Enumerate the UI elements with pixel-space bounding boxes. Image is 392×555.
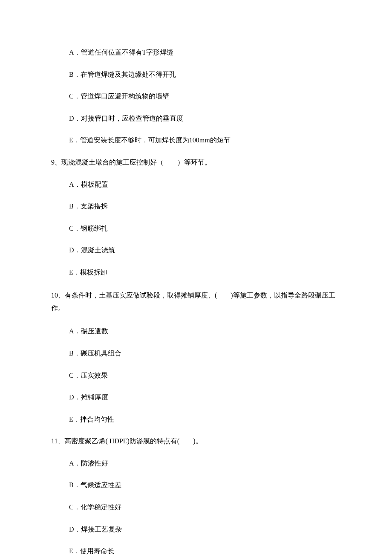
q10-option-d: D．摊铺厚度 bbox=[51, 392, 341, 403]
page: A．管道任何位置不得有T字形焊缝 B．在管道焊缝及其边缘处不得开孔 C．管道焊口… bbox=[0, 0, 392, 555]
q10-stem: 10、有条件时，土基压实应做试验段，取得摊铺厚度、( )等施工参数，以指导全路段… bbox=[51, 289, 341, 315]
question-9: 9、现浇混凝土墩台的施工应控制好（ ）等环节。 A．模板配置 B．支架搭拆 C．… bbox=[51, 157, 341, 278]
q10-option-e: E．拌合均匀性 bbox=[51, 414, 341, 425]
q8-option-a: A．管道任何位置不得有T字形焊缝 bbox=[51, 47, 341, 58]
q10-option-a: A．碾压遣数 bbox=[51, 326, 341, 337]
q11-option-c: C．化学稳定性好 bbox=[51, 502, 341, 513]
question-8-options: A．管道任何位置不得有T字形焊缝 B．在管道焊缝及其边缘处不得开孔 C．管道焊口… bbox=[51, 47, 341, 146]
q11-stem: 11、高密度聚乙烯( HDPE)防渗膜的特点有( )。 bbox=[51, 436, 341, 447]
q9-stem: 9、现浇混凝土墩台的施工应控制好（ ）等环节。 bbox=[51, 157, 341, 168]
q10-option-b: B．碾压机具组合 bbox=[51, 348, 341, 359]
q8-option-c: C．管道焊口应避开构筑物的墙壁 bbox=[51, 91, 341, 102]
q9-option-d: D．混凝土浇筑 bbox=[51, 245, 341, 256]
question-10: 10、有条件时，土基压实应做试验段，取得摊铺厚度、( )等施工参数，以指导全路段… bbox=[51, 289, 341, 425]
q9-option-c: C．钢筋绑扎 bbox=[51, 223, 341, 234]
q11-option-b: B．气候适应性差 bbox=[51, 480, 341, 491]
q9-option-a: A．模板配置 bbox=[51, 179, 341, 190]
q8-option-d: D．对接管口时，应检查管道的垂直度 bbox=[51, 113, 341, 124]
q8-option-e: E．管道安装长度不够时，可加焊长度为100mm的短节 bbox=[51, 135, 341, 146]
q8-option-b: B．在管道焊缝及其边缘处不得开孔 bbox=[51, 69, 341, 80]
q9-option-b: B．支架搭拆 bbox=[51, 201, 341, 212]
q9-option-e: E．模板拆卸 bbox=[51, 267, 341, 278]
question-11: 11、高密度聚乙烯( HDPE)防渗膜的特点有( )。 A．防渗性好 B．气候适… bbox=[51, 436, 341, 555]
q10-option-c: C．压实效果 bbox=[51, 370, 341, 381]
q11-option-a: A．防渗性好 bbox=[51, 458, 341, 469]
q11-option-d: D．焊接工艺复杂 bbox=[51, 524, 341, 535]
q11-option-e: E．使用寿命长 bbox=[51, 546, 341, 555]
